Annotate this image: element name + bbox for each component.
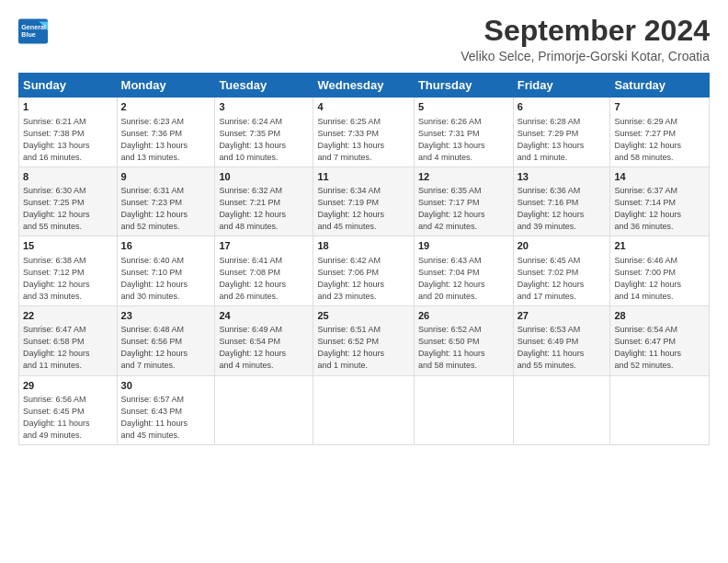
calendar-header-row: SundayMondayTuesdayWednesdayThursdayFrid… [19, 74, 710, 98]
col-header-tuesday: Tuesday [215, 74, 313, 98]
day-info: Sunrise: 6:25 AMSunset: 7:33 PMDaylight:… [317, 116, 409, 164]
day-number: 18 [317, 239, 409, 253]
day-number: 24 [219, 309, 309, 323]
day-cell: 17Sunrise: 6:41 AMSunset: 7:08 PMDayligh… [215, 236, 313, 306]
day-number: 7 [614, 100, 705, 114]
day-cell: 3Sunrise: 6:24 AMSunset: 7:35 PMDaylight… [215, 98, 313, 167]
day-info: Sunrise: 6:47 AMSunset: 6:58 PMDaylight:… [23, 324, 113, 372]
day-number: 15 [23, 239, 113, 253]
day-number: 13 [518, 170, 607, 184]
day-cell [414, 375, 513, 445]
logo: General Blue [18, 18, 51, 44]
day-number: 20 [518, 239, 607, 253]
day-number: 19 [418, 239, 509, 253]
day-cell: 20Sunrise: 6:45 AMSunset: 7:02 PMDayligh… [513, 236, 610, 306]
day-info: Sunrise: 6:36 AMSunset: 7:16 PMDaylight:… [518, 185, 607, 233]
day-cell: 23Sunrise: 6:48 AMSunset: 6:56 PMDayligh… [117, 305, 215, 375]
day-info: Sunrise: 6:31 AMSunset: 7:23 PMDaylight:… [121, 185, 211, 233]
day-cell: 6Sunrise: 6:28 AMSunset: 7:29 PMDaylight… [513, 98, 610, 167]
day-info: Sunrise: 6:57 AMSunset: 6:43 PMDaylight:… [121, 394, 211, 442]
col-header-monday: Monday [117, 74, 215, 98]
calendar-table: SundayMondayTuesdayWednesdayThursdayFrid… [18, 73, 710, 445]
day-info: Sunrise: 6:24 AMSunset: 7:35 PMDaylight:… [219, 116, 309, 164]
day-number: 12 [418, 170, 509, 184]
day-number: 27 [518, 309, 607, 323]
week-row-3: 15Sunrise: 6:38 AMSunset: 7:12 PMDayligh… [19, 236, 710, 306]
day-number: 22 [23, 309, 113, 323]
day-info: Sunrise: 6:26 AMSunset: 7:31 PMDaylight:… [418, 116, 509, 164]
day-number: 25 [317, 309, 409, 323]
day-number: 29 [23, 379, 113, 393]
day-info: Sunrise: 6:54 AMSunset: 6:47 PMDaylight:… [614, 324, 705, 372]
day-number: 17 [219, 239, 309, 253]
col-header-wednesday: Wednesday [313, 74, 414, 98]
day-cell [513, 375, 610, 445]
day-cell: 24Sunrise: 6:49 AMSunset: 6:54 PMDayligh… [215, 305, 313, 375]
day-number: 23 [121, 309, 211, 323]
day-cell: 28Sunrise: 6:54 AMSunset: 6:47 PMDayligh… [610, 305, 710, 375]
day-info: Sunrise: 6:48 AMSunset: 6:56 PMDaylight:… [121, 324, 211, 372]
day-cell: 10Sunrise: 6:32 AMSunset: 7:21 PMDayligh… [215, 167, 313, 236]
day-cell: 15Sunrise: 6:38 AMSunset: 7:12 PMDayligh… [19, 236, 118, 306]
day-info: Sunrise: 6:34 AMSunset: 7:19 PMDaylight:… [317, 185, 409, 233]
day-cell: 30Sunrise: 6:57 AMSunset: 6:43 PMDayligh… [117, 375, 215, 445]
day-info: Sunrise: 6:23 AMSunset: 7:36 PMDaylight:… [121, 116, 211, 164]
day-info: Sunrise: 6:21 AMSunset: 7:38 PMDaylight:… [23, 116, 113, 164]
day-cell: 4Sunrise: 6:25 AMSunset: 7:33 PMDaylight… [313, 98, 414, 167]
day-number: 6 [518, 100, 607, 114]
day-info: Sunrise: 6:49 AMSunset: 6:54 PMDaylight:… [219, 324, 309, 372]
day-info: Sunrise: 6:56 AMSunset: 6:45 PMDaylight:… [23, 394, 113, 442]
day-cell: 27Sunrise: 6:53 AMSunset: 6:49 PMDayligh… [513, 305, 610, 375]
day-number: 1 [23, 100, 113, 114]
day-number: 2 [121, 100, 211, 114]
week-row-1: 1Sunrise: 6:21 AMSunset: 7:38 PMDaylight… [19, 98, 710, 167]
day-cell: 12Sunrise: 6:35 AMSunset: 7:17 PMDayligh… [414, 167, 513, 236]
day-cell [215, 375, 313, 445]
day-cell: 16Sunrise: 6:40 AMSunset: 7:10 PMDayligh… [117, 236, 215, 306]
day-cell: 26Sunrise: 6:52 AMSunset: 6:50 PMDayligh… [414, 305, 513, 375]
week-row-4: 22Sunrise: 6:47 AMSunset: 6:58 PMDayligh… [19, 305, 710, 375]
day-info: Sunrise: 6:51 AMSunset: 6:52 PMDaylight:… [317, 324, 409, 372]
logo-icon: General Blue [18, 18, 48, 44]
day-cell: 7Sunrise: 6:29 AMSunset: 7:27 PMDaylight… [610, 98, 710, 167]
day-cell: 2Sunrise: 6:23 AMSunset: 7:36 PMDaylight… [117, 98, 215, 167]
svg-text:General: General [21, 23, 46, 31]
day-cell: 19Sunrise: 6:43 AMSunset: 7:04 PMDayligh… [414, 236, 513, 306]
day-number: 28 [614, 309, 705, 323]
col-header-saturday: Saturday [610, 74, 710, 98]
title-block: September 2024 Veliko Selce, Primorje-Go… [461, 15, 710, 63]
day-number: 11 [317, 170, 409, 184]
day-number: 30 [121, 379, 211, 393]
col-header-friday: Friday [513, 74, 610, 98]
day-info: Sunrise: 6:35 AMSunset: 7:17 PMDaylight:… [418, 185, 509, 233]
header: General Blue September 2024 Veliko Selce… [18, 15, 710, 63]
page: General Blue September 2024 Veliko Selce… [0, 0, 728, 563]
day-cell: 21Sunrise: 6:46 AMSunset: 7:00 PMDayligh… [610, 236, 710, 306]
day-info: Sunrise: 6:38 AMSunset: 7:12 PMDaylight:… [23, 255, 113, 303]
day-number: 4 [317, 100, 409, 114]
day-cell: 1Sunrise: 6:21 AMSunset: 7:38 PMDaylight… [19, 98, 118, 167]
day-info: Sunrise: 6:41 AMSunset: 7:08 PMDaylight:… [219, 255, 309, 303]
day-info: Sunrise: 6:28 AMSunset: 7:29 PMDaylight:… [518, 116, 607, 164]
day-info: Sunrise: 6:52 AMSunset: 6:50 PMDaylight:… [418, 324, 509, 372]
day-number: 10 [219, 170, 309, 184]
day-cell: 8Sunrise: 6:30 AMSunset: 7:25 PMDaylight… [19, 167, 118, 236]
day-cell [610, 375, 710, 445]
day-cell: 5Sunrise: 6:26 AMSunset: 7:31 PMDaylight… [414, 98, 513, 167]
day-info: Sunrise: 6:30 AMSunset: 7:25 PMDaylight:… [23, 185, 113, 233]
col-header-sunday: Sunday [19, 74, 118, 98]
day-cell: 9Sunrise: 6:31 AMSunset: 7:23 PMDaylight… [117, 167, 215, 236]
week-row-2: 8Sunrise: 6:30 AMSunset: 7:25 PMDaylight… [19, 167, 710, 236]
day-info: Sunrise: 6:42 AMSunset: 7:06 PMDaylight:… [317, 255, 409, 303]
day-info: Sunrise: 6:40 AMSunset: 7:10 PMDaylight:… [121, 255, 211, 303]
day-number: 14 [614, 170, 705, 184]
day-info: Sunrise: 6:29 AMSunset: 7:27 PMDaylight:… [614, 116, 705, 164]
day-info: Sunrise: 6:53 AMSunset: 6:49 PMDaylight:… [518, 324, 607, 372]
location: Veliko Selce, Primorje-Gorski Kotar, Cro… [461, 49, 710, 63]
day-info: Sunrise: 6:45 AMSunset: 7:02 PMDaylight:… [518, 255, 607, 303]
svg-text:Blue: Blue [21, 30, 36, 39]
day-cell: 13Sunrise: 6:36 AMSunset: 7:16 PMDayligh… [513, 167, 610, 236]
day-cell: 29Sunrise: 6:56 AMSunset: 6:45 PMDayligh… [19, 375, 118, 445]
day-number: 9 [121, 170, 211, 184]
day-cell [313, 375, 414, 445]
